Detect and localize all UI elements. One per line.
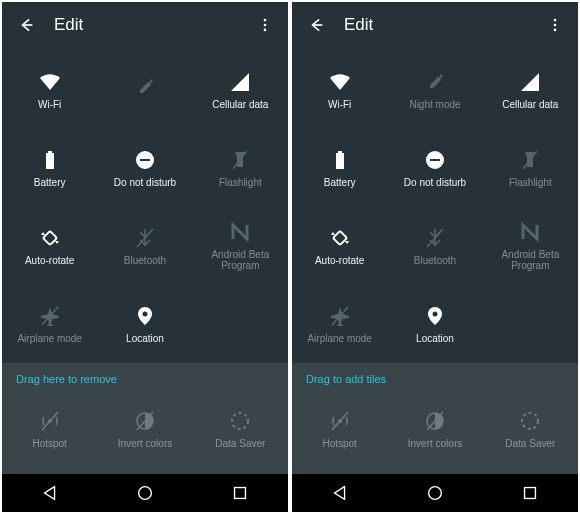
page-title: Edit (54, 15, 256, 35)
wifi-icon (39, 71, 61, 93)
tile-label: Cellular data (212, 99, 268, 110)
battery-icon (329, 149, 351, 171)
more-button[interactable] (546, 16, 564, 34)
tile-label: Do not disturb (404, 177, 466, 188)
rotate-icon (39, 227, 61, 249)
phone-panel: Edit Wi-FiNight modeCellular dataBattery… (292, 2, 578, 512)
location-icon (134, 305, 156, 327)
signal-icon (519, 71, 541, 93)
tile-label: Wi-Fi (328, 99, 351, 110)
tile-label: Invert colors (408, 438, 462, 449)
remove-zone[interactable]: Drag here to remove HotspotInvert colors… (2, 363, 288, 474)
nlogo-icon (519, 221, 541, 243)
back-button[interactable] (16, 16, 34, 34)
bluetooth-icon (424, 227, 446, 249)
removed-tile-invert[interactable]: Invert colors (97, 410, 192, 449)
hotspot-icon (39, 410, 61, 432)
tile-dnd[interactable]: Do not disturb (387, 129, 482, 207)
removed-tile-invert[interactable]: Invert colors (387, 410, 482, 449)
tile-battery[interactable]: Battery (2, 129, 97, 207)
removed-tile-datasaver[interactable]: Data Saver (483, 410, 578, 449)
nav-home-button[interactable] (424, 482, 446, 504)
nav-back-button[interactable] (39, 482, 61, 504)
tile-nightmode[interactable]: Night mode (387, 51, 482, 129)
signal-icon (229, 71, 251, 93)
tile-label: Flashlight (219, 177, 262, 188)
tile-label: Wi-Fi (38, 99, 61, 110)
nav-recent-button[interactable] (519, 482, 541, 504)
tile-label: Hotspot (322, 438, 356, 449)
back-button[interactable] (306, 16, 324, 34)
dnd-icon (134, 149, 156, 171)
toolbar: Edit (292, 2, 578, 47)
tile-flashlight[interactable]: Flashlight (193, 129, 288, 207)
remove-grid: HotspotInvert colorsData Saver (292, 385, 578, 474)
tile-dnd[interactable]: Do not disturb (97, 129, 192, 207)
tile-label: Android Beta Program (193, 249, 288, 271)
removed-tile-hotspot[interactable]: Hotspot (2, 410, 97, 449)
tile-beta[interactable]: Android Beta Program (193, 207, 288, 285)
nav-recent-button[interactable] (229, 482, 251, 504)
nav-back-button[interactable] (329, 482, 351, 504)
battery-icon (39, 149, 61, 171)
invert-icon (134, 410, 156, 432)
wifi-icon (329, 71, 351, 93)
tile-wifi[interactable]: Wi-Fi (2, 51, 97, 129)
tile-airplane[interactable]: Airplane mode (2, 285, 97, 363)
nlogo-icon (229, 221, 251, 243)
toolbar: Edit (2, 2, 288, 47)
tile-location[interactable]: Location (97, 285, 192, 363)
tile-cellular[interactable]: Cellular data (193, 51, 288, 129)
tile-label: Airplane mode (307, 333, 371, 344)
tile-label: Battery (34, 177, 66, 188)
tiles-grid: Wi-FiCellular dataBatteryDo not disturbF… (2, 47, 288, 363)
tile-label: Flashlight (509, 177, 552, 188)
tile-eyedropper[interactable] (97, 51, 192, 129)
tile-airplane[interactable]: Airplane mode (292, 285, 387, 363)
tile-label: Hotspot (32, 438, 66, 449)
flashlight-icon (519, 149, 541, 171)
eyedropper-icon (134, 76, 156, 98)
tile-cellular[interactable]: Cellular data (483, 51, 578, 129)
eyedropper-icon (424, 71, 446, 93)
tile-battery[interactable]: Battery (292, 129, 387, 207)
tile-label: Bluetooth (124, 255, 166, 266)
more-button[interactable] (256, 16, 274, 34)
rotate-icon (329, 227, 351, 249)
bluetooth-icon (134, 227, 156, 249)
removed-tile-datasaver[interactable]: Data Saver (193, 410, 288, 449)
tile-label: Auto-rotate (315, 255, 364, 266)
tile-autorotate[interactable]: Auto-rotate (292, 207, 387, 285)
dnd-icon (424, 149, 446, 171)
airplane-icon (329, 305, 351, 327)
tile-label: Cellular data (502, 99, 558, 110)
flashlight-icon (229, 149, 251, 171)
tile-label: Location (416, 333, 454, 344)
tile-label: Auto-rotate (25, 255, 74, 266)
tile-label: Android Beta Program (483, 249, 578, 271)
location-icon (424, 305, 446, 327)
invert-icon (424, 410, 446, 432)
tile-label: Airplane mode (17, 333, 81, 344)
nav-home-button[interactable] (134, 482, 156, 504)
remove-zone[interactable]: Drag to add tiles HotspotInvert colorsDa… (292, 363, 578, 474)
tile-label: Do not disturb (114, 177, 176, 188)
tile-flashlight[interactable]: Flashlight (483, 129, 578, 207)
tile-label: Invert colors (118, 438, 172, 449)
airplane-icon (39, 305, 61, 327)
tile-label: Bluetooth (414, 255, 456, 266)
tile-beta[interactable]: Android Beta Program (483, 207, 578, 285)
tile-wifi[interactable]: Wi-Fi (292, 51, 387, 129)
tile-bluetooth[interactable]: Bluetooth (387, 207, 482, 285)
tile-label: Night mode (409, 99, 460, 110)
tile-location[interactable]: Location (387, 285, 482, 363)
remove-hint: Drag here to remove (2, 363, 288, 385)
tiles-grid: Wi-FiNight modeCellular dataBatteryDo no… (292, 47, 578, 363)
tile-label: Data Saver (215, 438, 265, 449)
navbar (2, 474, 288, 512)
datasaver-icon (519, 410, 541, 432)
removed-tile-hotspot[interactable]: Hotspot (292, 410, 387, 449)
tile-label: Data Saver (505, 438, 555, 449)
tile-bluetooth[interactable]: Bluetooth (97, 207, 192, 285)
tile-autorotate[interactable]: Auto-rotate (2, 207, 97, 285)
